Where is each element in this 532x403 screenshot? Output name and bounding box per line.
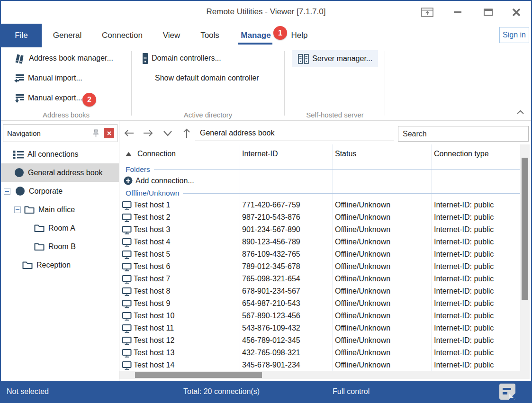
column-header-connection[interactable]: Connection: [137, 150, 176, 158]
column-header-internet-id[interactable]: Internet-ID: [242, 150, 278, 158]
rollup-button[interactable]: [420, 6, 435, 19]
host-status: Offline/Unknown: [335, 250, 390, 259]
column-header-connection-type[interactable]: Connection type: [434, 150, 489, 158]
minimize-button[interactable]: [450, 6, 465, 19]
address-book-circle-icon: [15, 168, 24, 177]
list-icon: [13, 150, 24, 159]
host-connection-type: Internet-ID: public: [434, 225, 494, 234]
table-row[interactable]: Test host 8 678-901-234-567 Offline/Unkn…: [119, 286, 520, 298]
vertical-scrollbar[interactable]: [520, 144, 530, 379]
table-row[interactable]: Test host 5 876-109-432-765 Offline/Unkn…: [119, 249, 520, 261]
maximize-button[interactable]: [480, 6, 496, 19]
add-connection-button[interactable]: Add connection...: [119, 174, 520, 187]
collapse-ribbon-button[interactable]: [515, 109, 525, 116]
host-name: Test host 5: [134, 250, 170, 259]
tab-tools[interactable]: Tools: [196, 24, 224, 47]
host-connection-type: Internet-ID: public: [434, 349, 494, 357]
horizontal-scrollbar[interactable]: [119, 371, 520, 379]
navigation-close-button[interactable]: [104, 128, 114, 138]
host-rows: Test host 1 771-420-667-759 Offline/Unkn…: [119, 199, 520, 371]
tab-general[interactable]: General: [51, 24, 84, 47]
host-name: Test host 11: [134, 324, 174, 332]
table-row[interactable]: Test host 9 654-987-210-543 Offline/Unkn…: [119, 298, 520, 310]
sidebar-item-room-b[interactable]: Room B: [1, 237, 119, 256]
tab-view[interactable]: View: [160, 24, 183, 47]
table-row[interactable]: Test host 13 432-765-098-321 Offline/Unk…: [119, 347, 520, 359]
forward-button[interactable]: [141, 126, 155, 140]
sidebar-item-reception[interactable]: Reception: [1, 256, 119, 274]
host-internet-id: 678-901-234-567: [242, 287, 300, 296]
host-connection-type: Internet-ID: public: [434, 287, 494, 296]
sidebar-item-label: Corporate: [29, 187, 63, 196]
main-area: Navigation All connection: [1, 121, 531, 381]
host-status: Offline/Unknown: [335, 312, 390, 320]
manual-export-item[interactable]: Manual export...: [14, 91, 82, 105]
search-input[interactable]: [398, 126, 529, 142]
table-row[interactable]: Test host 1 771-420-667-759 Offline/Unkn…: [119, 199, 520, 212]
notes-button[interactable]: [499, 384, 515, 400]
tab-connection[interactable]: Connection: [101, 24, 144, 47]
host-internet-id: 765-098-321-654: [242, 275, 300, 283]
up-level-button[interactable]: [180, 126, 194, 140]
address-bar-input[interactable]: [195, 125, 394, 141]
table-row[interactable]: Test host 6 789-012-345-678 Offline/Unkn…: [119, 261, 520, 273]
sign-in-button[interactable]: Sign in: [499, 27, 529, 43]
content-area: Connection Internet-ID Status Connection…: [119, 121, 531, 381]
total-connections: Total: 20 connection(s): [183, 387, 260, 396]
vertical-scrollbar-thumb[interactable]: [522, 158, 528, 300]
tab-file[interactable]: File: [1, 24, 42, 47]
server-rack-icon: [298, 54, 309, 64]
horizontal-scrollbar-thumb[interactable]: [135, 372, 262, 378]
show-default-domain-controller-item[interactable]: Show default domain controller: [155, 71, 259, 85]
host-internet-id: 789-012-345-678: [242, 262, 300, 271]
sidebar-item-room-a[interactable]: Room A: [1, 219, 119, 237]
up-arrow-icon: [183, 128, 190, 138]
close-icon: [512, 8, 521, 17]
host-status: Offline/Unknown: [335, 324, 390, 332]
monitor-icon: [122, 349, 132, 358]
host-status: Offline/Unknown: [335, 299, 390, 308]
table-row[interactable]: Test host 7 765-098-321-654 Offline/Unkn…: [119, 273, 520, 286]
pin-button[interactable]: [90, 128, 101, 138]
table-row[interactable]: Test host 10 567-890-123-456 Offline/Unk…: [119, 310, 520, 322]
export-icon: [14, 94, 25, 103]
domain-controllers-item[interactable]: Domain controllers...: [142, 51, 221, 65]
host-internet-id: 432-765-098-321: [242, 349, 300, 357]
back-button[interactable]: [122, 126, 136, 140]
sidebar-item-label: All connections: [27, 150, 79, 159]
monitor-icon: [122, 337, 132, 345]
forward-arrow-icon: [143, 129, 153, 137]
step-badge-1: 1: [273, 26, 287, 40]
folder-icon: [34, 242, 45, 251]
history-dropdown-button[interactable]: [161, 126, 175, 140]
column-header-status[interactable]: Status: [335, 150, 356, 158]
table-row[interactable]: Test host 2 987-210-543-876 Offline/Unkn…: [119, 212, 520, 224]
manual-import-item[interactable]: Manual import...: [14, 71, 82, 85]
sidebar-item-main-office[interactable]: Main office: [1, 200, 119, 219]
ribbon-tab-bar: File General Connection View Tools Manag…: [1, 24, 531, 47]
ribbon-group-separator: [284, 51, 285, 116]
monitor-icon: [122, 324, 132, 333]
sidebar-item-corporate[interactable]: Corporate: [1, 182, 119, 200]
back-arrow-icon: [124, 129, 134, 137]
host-name: Test host 10: [134, 312, 174, 320]
server-manager-item[interactable]: Server manager...: [292, 50, 378, 67]
table-row[interactable]: Test host 12 456-789-012-345 Offline/Unk…: [119, 335, 520, 347]
table-row[interactable]: Test host 4 890-123-456-789 Offline/Unkn…: [119, 236, 520, 249]
host-connection-type: Internet-ID: public: [434, 201, 494, 209]
host-name: Test host 4: [134, 238, 170, 246]
address-book-manager-item[interactable]: Address book manager...: [14, 51, 113, 65]
ribbon-group-label-active-directory: Active directory: [132, 111, 284, 119]
table-row[interactable]: Test host 3 901-234-567-890 Offline/Unkn…: [119, 224, 520, 236]
expander-minus-icon[interactable]: [4, 188, 10, 195]
group-label: Offline/Unknown: [126, 189, 179, 197]
table-row[interactable]: Test host 11 543-876-109-432 Offline/Unk…: [119, 322, 520, 335]
tab-help[interactable]: Help: [289, 24, 310, 47]
expander-minus-icon[interactable]: [14, 206, 21, 213]
navigation-tree: All connections General address book Cor…: [1, 145, 119, 274]
host-internet-id: 456-789-012-345: [242, 336, 300, 345]
sidebar-item-all-connections[interactable]: All connections: [1, 145, 119, 163]
sidebar-item-general-address-book[interactable]: General address book: [1, 163, 119, 182]
close-button[interactable]: [509, 6, 524, 19]
table-row[interactable]: Test host 14 345-678-901-234 Offline/Unk…: [119, 359, 520, 371]
